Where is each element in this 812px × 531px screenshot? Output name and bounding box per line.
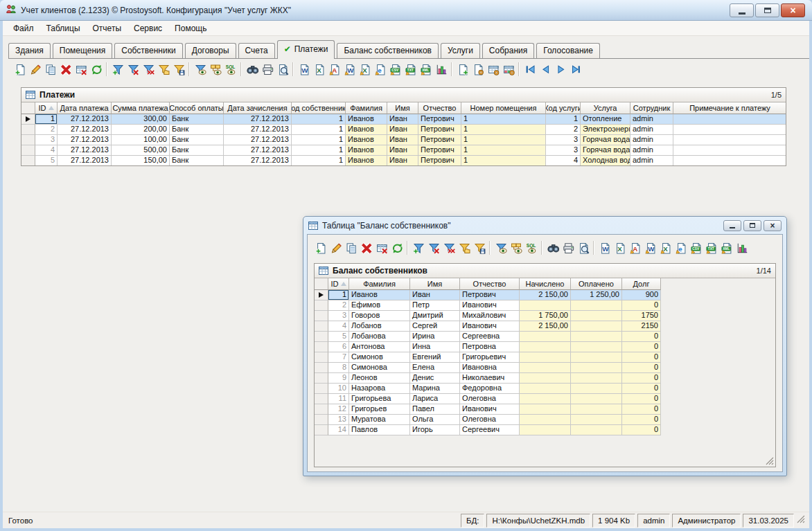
preview-button[interactable] — [576, 239, 591, 257]
cell-accrued[interactable]: 1 750,00 — [520, 311, 571, 321]
export-acrobat-button[interactable]: A — [327, 60, 342, 78]
cell-accrued[interactable] — [520, 363, 571, 373]
cell-id[interactable]: 5 — [328, 332, 349, 342]
sql-show-button[interactable]: SQL — [524, 239, 539, 257]
cell-service[interactable]: Электроэнергия — [581, 125, 630, 135]
cell-id[interactable]: 11 — [328, 394, 349, 404]
cell-payment-method[interactable]: Банк — [170, 135, 224, 145]
cell-room-number[interactable]: 1 — [461, 156, 546, 166]
cell-note[interactable] — [673, 145, 786, 156]
clear-table-button[interactable] — [73, 60, 89, 78]
column-header-service-code[interactable]: Код услуги — [546, 102, 581, 114]
cell-middle-name[interactable]: Иванович — [460, 300, 520, 311]
cell-id[interactable]: 12 — [328, 404, 349, 415]
cell-debt[interactable]: 0 — [622, 425, 661, 435]
cell-owner-code[interactable]: 1 — [292, 135, 346, 145]
open-in-word-button[interactable]: W — [342, 60, 358, 78]
row-selector[interactable] — [315, 415, 328, 425]
cell-employee[interactable]: admin — [630, 145, 673, 156]
cell-first-name[interactable]: Иван — [387, 145, 418, 156]
cell-first-name[interactable]: Ольга — [410, 415, 460, 425]
cell-middle-name[interactable]: Петрович — [418, 156, 461, 166]
tab-payments[interactable]: ✔Платежи — [277, 40, 335, 59]
nav-first-button[interactable] — [522, 60, 538, 78]
cell-id[interactable]: 3 — [35, 135, 58, 145]
cell-middle-name[interactable]: Петрович — [418, 145, 461, 156]
cell-owner-code[interactable]: 1 — [292, 145, 346, 156]
cell-id[interactable]: 5 — [35, 156, 58, 166]
balance-restore-button[interactable] — [743, 220, 761, 231]
export-txt-button[interactable]: TXT — [704, 239, 719, 257]
cell-paid[interactable] — [571, 373, 622, 384]
table-row[interactable]: 227.12.2013200,00Банк27.12.20131ИвановИв… — [21, 125, 786, 135]
cell-middle-name[interactable]: Петровна — [460, 342, 520, 352]
cell-accrued[interactable] — [520, 415, 571, 425]
filter-delete-all-button[interactable] — [441, 239, 457, 257]
row-selector[interactable] — [315, 290, 328, 300]
cell-payment-method[interactable]: Банк — [170, 125, 224, 135]
cell-last-name[interactable]: Иванов — [346, 145, 387, 156]
cell-debt[interactable]: 1750 — [622, 311, 661, 321]
menu-service[interactable]: Сервис — [127, 22, 168, 35]
cell-accrued[interactable] — [520, 425, 571, 435]
cell-first-name[interactable]: Иван — [387, 156, 418, 166]
cell-last-name[interactable]: Леонов — [349, 373, 410, 384]
cell-payment-date[interactable]: 27.12.2013 — [58, 125, 112, 135]
cell-debt[interactable]: 0 — [622, 352, 661, 363]
cell-payment-date[interactable]: 27.12.2013 — [58, 114, 112, 125]
filter-delete-button[interactable] — [125, 60, 141, 78]
cell-paid[interactable] — [571, 363, 622, 373]
cell-id[interactable]: 3 — [328, 311, 349, 321]
filter-load-button[interactable] — [457, 239, 472, 257]
cell-room-number[interactable]: 1 — [461, 135, 546, 145]
print-button[interactable] — [260, 60, 275, 78]
filter-save-button[interactable] — [171, 60, 186, 78]
row-selector[interactable] — [21, 156, 35, 166]
cell-middle-name[interactable]: Иванович — [460, 404, 520, 415]
cell-first-name[interactable]: Евгений — [410, 352, 460, 363]
cell-room-number[interactable]: 1 — [461, 114, 546, 125]
cell-debt[interactable]: 0 — [622, 415, 661, 425]
column-header-accrued[interactable]: Начислено — [520, 278, 571, 290]
tab-owners-balance[interactable]: Баланс собственников — [337, 43, 439, 58]
cell-id[interactable]: 7 — [328, 352, 349, 363]
menu-help[interactable]: Помощь — [168, 22, 213, 35]
cell-service-code[interactable]: 2 — [546, 125, 581, 135]
cell-id[interactable]: 2 — [35, 125, 58, 135]
cell-first-name[interactable]: Иван — [387, 125, 418, 135]
cell-accrued[interactable] — [520, 342, 571, 352]
balance-resize-grip[interactable] — [765, 456, 774, 465]
column-header-room-number[interactable]: Номер помещения — [461, 102, 546, 114]
column-header-id[interactable]: ID — [328, 278, 349, 290]
cell-last-name[interactable]: Ефимов — [349, 300, 410, 311]
export-txt-button[interactable]: TXT — [403, 60, 418, 78]
cell-paid[interactable] — [571, 352, 622, 363]
row-selector[interactable] — [21, 145, 35, 156]
cell-middle-name[interactable]: Ивановна — [460, 363, 520, 373]
row-selector[interactable] — [315, 384, 328, 394]
tab-buildings[interactable]: Здания — [8, 43, 51, 58]
cell-accrued[interactable]: 2 150,00 — [520, 321, 571, 332]
cell-debt[interactable]: 0 — [622, 363, 661, 373]
cell-last-name[interactable]: Иванов — [346, 156, 387, 166]
menu-reports[interactable]: Отчеты — [87, 22, 127, 35]
column-header-debt[interactable]: Долг — [622, 278, 661, 290]
cell-paid[interactable] — [571, 384, 622, 394]
cell-payment-date[interactable]: 27.12.2013 — [58, 145, 112, 156]
table-row[interactable]: 2ЕфимовПетрИванович0 — [315, 300, 661, 311]
cell-debt[interactable]: 2150 — [622, 321, 661, 332]
export-xml-button[interactable]: XML — [418, 60, 434, 78]
filter-new-button[interactable] — [110, 60, 125, 78]
cell-paid[interactable] — [571, 425, 622, 435]
cell-first-name[interactable]: Иван — [387, 135, 418, 145]
cell-service[interactable]: Холодная вода — [581, 156, 630, 166]
add-record-form-button[interactable] — [455, 60, 470, 78]
export-acrobat-button[interactable]: A — [628, 239, 643, 257]
cell-last-name[interactable]: Лобанов — [349, 321, 410, 332]
cell-middle-name[interactable]: Михайлович — [460, 311, 520, 321]
cell-middle-name[interactable]: Григорьевич — [460, 352, 520, 363]
row-selector[interactable] — [315, 404, 328, 415]
tab-owners[interactable]: Собственники — [114, 43, 182, 58]
row-selector[interactable] — [315, 300, 328, 311]
cell-id[interactable]: 9 — [328, 373, 349, 384]
